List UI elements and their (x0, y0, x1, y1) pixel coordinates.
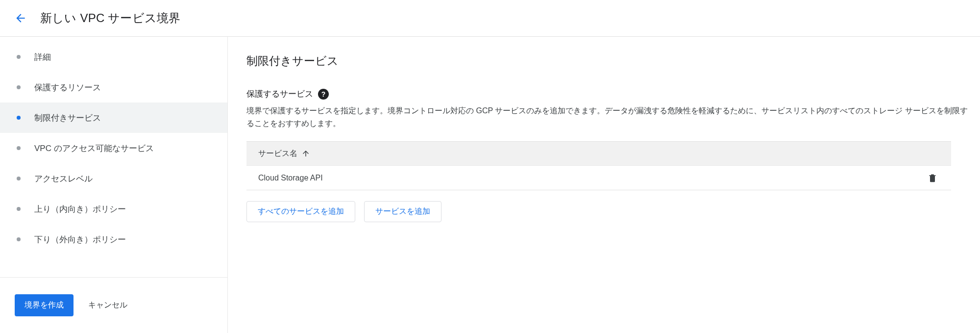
nav-item-label: 保護するリソース (34, 82, 101, 93)
nav-item-5[interactable]: 上り（内向き）ポリシー (0, 194, 227, 224)
nav-item-4[interactable]: アクセスレベル (0, 163, 227, 194)
page-title: 新しい VPC サービス境界 (40, 10, 180, 26)
nav-bullet-icon (17, 237, 21, 241)
nav-bullet-icon (17, 177, 21, 180)
create-perimeter-button[interactable]: 境界を作成 (15, 294, 74, 316)
arrow-back-icon (14, 12, 27, 25)
nav-bullet-icon (17, 207, 21, 211)
main-panel: 制限付きサービス 保護するサービス ? 境界で保護するサービスを指定します。境界… (228, 37, 980, 333)
nav-item-label: VPC のアクセス可能なサービス (34, 143, 154, 154)
back-button[interactable] (11, 8, 30, 28)
add-services-button[interactable]: サービスを追加 (364, 201, 441, 222)
table-header[interactable]: サービス名 (246, 142, 951, 165)
nav-item-label: 制限付きサービス (34, 112, 101, 124)
nav-item-2[interactable]: 制限付きサービス (0, 102, 227, 133)
add-all-services-button[interactable]: すべてのサービスを追加 (246, 201, 355, 222)
nav-item-label: 詳細 (34, 51, 51, 63)
table-row: Cloud Storage API (246, 165, 951, 190)
nav-item-3[interactable]: VPC のアクセス可能なサービス (0, 133, 227, 163)
nav-bullet-icon (17, 85, 21, 89)
nav-item-6[interactable]: 下り（外向き）ポリシー (0, 224, 227, 255)
services-table: サービス名 Cloud Storage API (246, 141, 951, 190)
section-title: 制限付きサービス (246, 53, 971, 69)
column-header-name: サービス名 (258, 149, 297, 159)
field-description: 境界で保護するサービスを指定します。境界コントロール対応の GCP サービスのみ… (246, 104, 971, 129)
trash-icon (928, 173, 937, 183)
help-icon[interactable]: ? (318, 89, 329, 100)
nav-item-label: 下り（外向き）ポリシー (34, 234, 126, 245)
delete-service-button[interactable] (924, 169, 941, 187)
nav-item-label: アクセスレベル (34, 173, 93, 184)
nav-item-0[interactable]: 詳細 (0, 42, 227, 72)
sort-ascending-icon (301, 149, 310, 158)
side-nav: 詳細保護するリソース制限付きサービスVPC のアクセス可能なサービスアクセスレベ… (0, 37, 228, 333)
cancel-button[interactable]: キャンセル (84, 294, 131, 316)
service-name: Cloud Storage API (258, 174, 924, 182)
nav-bullet-icon (17, 116, 21, 120)
nav-bullet-icon (17, 55, 21, 59)
nav-item-label: 上り（内向き）ポリシー (34, 204, 126, 215)
nav-bullet-icon (17, 146, 21, 150)
nav-item-1[interactable]: 保護するリソース (0, 72, 227, 102)
field-label: 保護するサービス (246, 88, 313, 100)
